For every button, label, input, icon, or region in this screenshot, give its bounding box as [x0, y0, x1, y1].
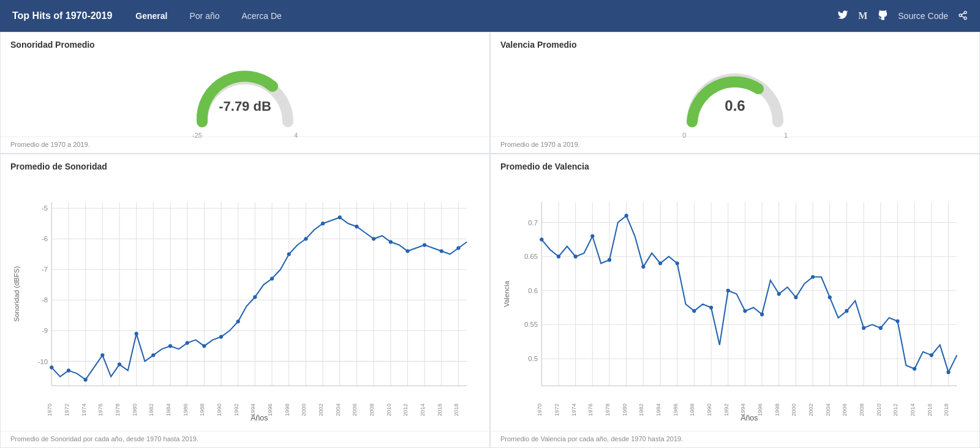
gauge-max-label: 4 [294, 132, 298, 139]
svg-text:1990: 1990 [216, 403, 222, 416]
svg-point-78 [135, 332, 138, 335]
svg-text:Años: Años [741, 414, 758, 422]
svg-text:1996: 1996 [757, 403, 763, 416]
svg-text:-10: -10 [38, 358, 48, 365]
svg-text:1998: 1998 [284, 403, 290, 416]
svg-text:-7.79 dB: -7.79 dB [219, 99, 271, 114]
svg-text:-5: -5 [42, 204, 48, 212]
svg-point-176 [777, 292, 781, 296]
svg-text:Sonoridad (dBFS): Sonoridad (dBFS) [13, 266, 20, 322]
svg-point-73 [50, 365, 53, 369]
nav-por-ano[interactable]: Por año [184, 9, 224, 23]
svg-point-180 [845, 309, 848, 313]
valencia-gauge: 0.6 0 1 [680, 67, 790, 128]
svg-point-96 [440, 249, 443, 253]
svg-text:1970: 1970 [537, 403, 543, 416]
svg-point-169 [658, 261, 662, 265]
svg-text:-8: -8 [42, 296, 48, 304]
svg-text:2016: 2016 [927, 403, 933, 416]
sonoridad-chart-container: -5-6-7-8-9-10197019721974197619781980198… [1, 176, 489, 431]
svg-text:1982: 1982 [148, 403, 154, 416]
svg-point-94 [405, 249, 409, 253]
svg-text:-9: -9 [42, 327, 48, 334]
svg-text:1978: 1978 [115, 403, 121, 416]
svg-point-163 [557, 255, 560, 258]
promedio-valencia-footer: Promedio de Valencia por cada año, desde… [491, 431, 979, 447]
svg-text:1970: 1970 [47, 403, 53, 416]
svg-text:1988: 1988 [199, 403, 205, 416]
svg-text:2006: 2006 [842, 403, 848, 416]
main-grid: Sonoridad Promedio -7.79 dB -25 4 [0, 32, 980, 448]
svg-point-183 [895, 319, 899, 323]
svg-point-177 [794, 296, 797, 299]
svg-point-93 [389, 240, 393, 244]
nav-icons: M Source Code [837, 9, 968, 23]
svg-point-0 [964, 11, 967, 13]
svg-point-167 [625, 214, 628, 217]
svg-text:1972: 1972 [554, 403, 560, 416]
svg-text:Valencia: Valencia [503, 280, 510, 307]
svg-text:2004: 2004 [335, 403, 341, 416]
nav-general[interactable]: General [130, 9, 172, 23]
svg-text:2018: 2018 [943, 403, 949, 416]
svg-point-90 [338, 215, 342, 219]
svg-point-89 [321, 222, 325, 225]
svg-point-171 [692, 309, 696, 313]
svg-text:1988: 1988 [689, 403, 695, 416]
sonoridad-gauge: -7.79 dB -25 4 [190, 67, 300, 128]
svg-text:1978: 1978 [605, 403, 611, 416]
svg-point-181 [862, 326, 865, 330]
svg-point-164 [574, 255, 578, 258]
svg-text:2000: 2000 [791, 403, 797, 416]
svg-text:1982: 1982 [638, 403, 644, 416]
svg-text:2016: 2016 [437, 403, 443, 416]
svg-text:1986: 1986 [183, 403, 189, 416]
svg-text:1992: 1992 [723, 403, 729, 416]
svg-text:-7: -7 [42, 266, 48, 273]
medium-icon[interactable]: M [858, 10, 867, 21]
source-code-link[interactable]: Source Code [898, 11, 948, 21]
svg-point-87 [287, 252, 291, 256]
brand-title: Top Hits of 1970-2019 [12, 10, 112, 21]
svg-point-179 [828, 296, 832, 299]
sonoridad-promedio-footer: Promedio de 1970 a 2019. [1, 136, 489, 153]
svg-text:1998: 1998 [774, 403, 780, 416]
svg-text:0.6: 0.6 [528, 287, 538, 294]
svg-text:1990: 1990 [706, 403, 712, 416]
github-icon[interactable] [877, 10, 888, 23]
svg-point-97 [456, 246, 460, 250]
svg-point-182 [879, 326, 883, 330]
promedio-valencia-panel: Promedio de Valencia 0.70.650.60.550.519… [490, 154, 980, 448]
svg-text:2018: 2018 [453, 403, 459, 416]
svg-line-3 [962, 16, 965, 18]
svg-text:0.55: 0.55 [524, 321, 538, 328]
svg-point-166 [608, 258, 611, 262]
svg-text:0.5: 0.5 [528, 355, 538, 362]
svg-point-174 [743, 309, 747, 313]
promedio-sonoridad-title: Promedio de Sonoridad [1, 154, 489, 176]
svg-text:1980: 1980 [132, 403, 138, 416]
valencia-gauge-min: 0 [682, 132, 686, 139]
svg-point-92 [372, 237, 375, 241]
svg-text:1980: 1980 [622, 403, 628, 416]
svg-point-184 [913, 367, 916, 370]
svg-point-91 [355, 225, 358, 228]
nav-acerca-de[interactable]: Acerca De [237, 9, 287, 23]
svg-point-76 [100, 353, 104, 357]
twitter-icon[interactable] [837, 9, 848, 23]
svg-text:-6: -6 [42, 235, 48, 242]
svg-point-83 [219, 335, 223, 338]
share-icon[interactable] [958, 10, 968, 22]
valencia-promedio-title: Valencia Promedio [491, 32, 979, 54]
svg-text:2012: 2012 [402, 403, 409, 416]
svg-point-2 [964, 17, 967, 19]
svg-point-75 [84, 378, 88, 381]
svg-text:2000: 2000 [301, 403, 307, 416]
svg-point-86 [270, 277, 274, 280]
promedio-sonoridad-panel: Promedio de Sonoridad -5-6-7-8-9-1019701… [0, 154, 490, 448]
svg-text:2012: 2012 [892, 403, 899, 416]
svg-point-175 [760, 313, 764, 316]
svg-text:1976: 1976 [587, 403, 594, 416]
svg-text:2008: 2008 [859, 403, 865, 416]
svg-point-1 [959, 14, 962, 17]
